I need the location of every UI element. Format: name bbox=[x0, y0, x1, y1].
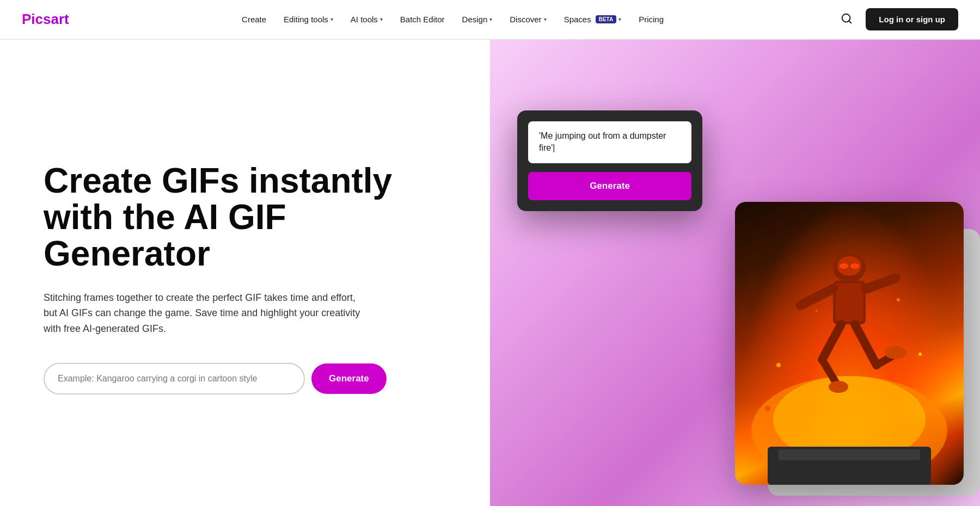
svg-rect-14 bbox=[836, 283, 863, 322]
ai-card-generate-button[interactable]: Generate bbox=[528, 172, 691, 200]
nav-ai-tools[interactable]: AI tools ▾ bbox=[344, 10, 389, 28]
svg-line-16 bbox=[866, 278, 896, 289]
login-button[interactable]: Log in or sign up bbox=[866, 8, 958, 30]
svg-rect-24 bbox=[779, 449, 920, 460]
chevron-down-icon: ▾ bbox=[380, 16, 383, 22]
svg-point-4 bbox=[776, 363, 781, 367]
chevron-down-icon: ▾ bbox=[618, 16, 621, 22]
svg-line-19 bbox=[855, 324, 877, 365]
nav-editing-tools[interactable]: Editing tools ▾ bbox=[277, 10, 340, 28]
nav-create[interactable]: Create bbox=[235, 10, 273, 28]
beta-badge: BETA bbox=[596, 15, 616, 23]
hero-figure-svg bbox=[735, 202, 964, 485]
svg-point-21 bbox=[885, 346, 906, 359]
ai-prompt-card: 'Me jumping out from a dumpster fire'| G… bbox=[517, 110, 702, 211]
navbar: Picsart Create Editing tools ▾ AI tools … bbox=[0, 0, 980, 39]
nav-batch-editor[interactable]: Batch Editor bbox=[394, 10, 451, 28]
generate-button[interactable]: Generate bbox=[311, 363, 387, 394]
svg-point-8 bbox=[765, 406, 770, 411]
search-button[interactable] bbox=[836, 8, 857, 31]
svg-point-11 bbox=[840, 263, 848, 269]
hero-input-row: Generate bbox=[44, 363, 457, 394]
nav-pricing[interactable]: Pricing bbox=[632, 10, 670, 28]
svg-point-7 bbox=[897, 298, 900, 301]
svg-line-15 bbox=[800, 289, 833, 305]
hero-right: 'Me jumping out from a dumpster fire'| G… bbox=[490, 40, 980, 506]
svg-point-6 bbox=[816, 310, 818, 312]
svg-line-17 bbox=[822, 324, 841, 360]
hero-subtitle: Stitching frames together to create the … bbox=[44, 290, 370, 337]
ai-card-prompt-text: 'Me jumping out from a dumpster fire'| bbox=[528, 121, 691, 163]
svg-line-1 bbox=[849, 21, 852, 23]
svg-point-5 bbox=[918, 353, 922, 356]
hero-section: Create GIFs instantly with the AI GIF Ge… bbox=[0, 40, 980, 506]
nav-links: Create Editing tools ▾ AI tools ▾ Batch … bbox=[235, 10, 670, 28]
nav-spaces[interactable]: Spaces BETA ▾ bbox=[558, 10, 628, 28]
svg-point-22 bbox=[829, 381, 848, 393]
chevron-down-icon: ▾ bbox=[544, 16, 547, 22]
svg-point-12 bbox=[850, 263, 859, 269]
chevron-down-icon: ▾ bbox=[489, 16, 492, 22]
nav-design[interactable]: Design ▾ bbox=[456, 10, 499, 28]
nav-discover[interactable]: Discover ▾ bbox=[503, 10, 553, 28]
hero-image-inner bbox=[735, 202, 964, 485]
chevron-down-icon: ▾ bbox=[330, 16, 333, 22]
prompt-input[interactable] bbox=[44, 363, 305, 394]
nav-right: Log in or sign up bbox=[836, 8, 958, 31]
hero-title: Create GIFs instantly with the AI GIF Ge… bbox=[44, 163, 457, 273]
hero-image-card bbox=[735, 202, 964, 485]
logo[interactable]: Picsart bbox=[22, 11, 69, 28]
hero-left: Create GIFs instantly with the AI GIF Ge… bbox=[0, 40, 490, 506]
